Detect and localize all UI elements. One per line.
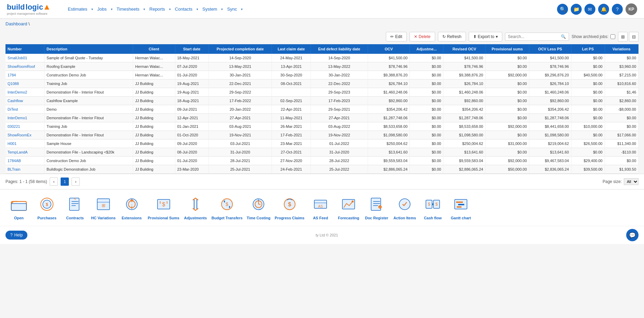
cell-variations: $0.00 <box>605 122 638 131</box>
cell-number[interactable]: 030221 <box>5 122 45 131</box>
cell-end-defect: 29-Sep-2023 <box>311 88 368 97</box>
col-end-defect[interactable]: End defect liability date <box>311 44 368 54</box>
cell-number[interactable]: Q1088 <box>5 80 45 88</box>
nav-progress-claims[interactable]: $ Progress Claims <box>275 195 304 220</box>
cell-number[interactable]: SmallJob01 <box>5 54 45 62</box>
delete-button[interactable]: ✕ Delete <box>409 32 435 41</box>
table-row[interactable]: InterDemo1 Demonstration File - Interior… <box>5 114 639 122</box>
refresh-button[interactable]: ↻ Refresh <box>438 32 466 41</box>
cell-number[interactable]: BLTrain <box>5 165 45 174</box>
nav-action-items[interactable]: Action Items <box>393 195 417 220</box>
next-page-button[interactable]: › <box>72 178 80 186</box>
folder-icon[interactable]: 📁 <box>571 4 582 15</box>
table-row[interactable]: ShowRoomEx Demonstration File - Interior… <box>5 131 639 139</box>
nav-estimates[interactable]: Estimates <box>65 5 90 13</box>
table-row[interactable]: 1784 Construction Demo Job Herman Walac.… <box>5 71 639 80</box>
breadcrumb-dashboard[interactable]: Dashboard <box>5 21 27 26</box>
table-row[interactable]: 030221 Training Job JJ Building 01-Jan-2… <box>5 122 639 131</box>
cell-number[interactable]: TempLandA <box>5 148 45 157</box>
cell-end-defect: 17-Feb-2023 <box>311 97 368 105</box>
col-let-ps[interactable]: Let PS <box>571 44 605 54</box>
col-provisional-sums[interactable]: Provisional sums <box>485 44 529 54</box>
col-ocv-less-ps[interactable]: OCV Less PS <box>529 44 571 54</box>
col-revised-ocv[interactable]: Revised OCV <box>443 44 485 54</box>
cell-number[interactable]: ShowRoomRoof <box>5 62 45 71</box>
nav-sync[interactable]: Sync <box>224 5 240 13</box>
table-row[interactable]: InterDemo2 Demonstration File - Interior… <box>5 88 639 97</box>
app-header: build logic project management software … <box>0 0 644 19</box>
nav-open[interactable]: Open <box>7 195 31 220</box>
prev-page-button[interactable]: ‹ <box>50 178 58 186</box>
cell-number[interactable]: DiTest <box>5 105 45 114</box>
page-1-button[interactable]: 1 <box>61 178 69 186</box>
cell-let-ps: $0.00 <box>571 54 605 62</box>
nav-cash-flow[interactable]: $ $ Cash flow <box>421 195 445 220</box>
svg-text:↕: ↕ <box>131 203 132 207</box>
nav-hc-variations[interactable]: ⊞ HC Variations <box>91 195 116 220</box>
open-label: Open <box>14 216 24 220</box>
cell-number[interactable]: InterDemo2 <box>5 88 45 97</box>
nav-system[interactable]: System <box>200 5 220 13</box>
cell-number[interactable]: Cashflow <box>5 97 45 105</box>
col-last-claim[interactable]: Last claim date <box>272 44 311 54</box>
cell-description: Buildlogic Demonstration Job <box>45 165 133 174</box>
search-input[interactable] <box>508 34 559 39</box>
table-row[interactable]: DiTest Demo JJ Building 09-Jul-2021 20-J… <box>5 105 639 114</box>
chat-button[interactable]: 💬 <box>626 229 639 241</box>
nav-timesheets[interactable]: Timesheets <box>114 5 142 13</box>
nav-purchases[interactable]: $ Purchases <box>35 195 59 220</box>
table-view-icon[interactable]: ⊟ <box>629 32 639 41</box>
adjustments-icon <box>185 195 206 213</box>
nav-forecasting[interactable]: Forecasting <box>337 195 361 220</box>
nav-gantt-chart[interactable]: Gantt chart <box>449 195 473 220</box>
cell-number[interactable]: H001 <box>5 139 45 148</box>
nav-contacts[interactable]: Contacts <box>172 5 195 13</box>
nav-as-feed[interactable]: AS AS Feed <box>308 195 332 220</box>
cell-number[interactable]: ShowRoomEx <box>5 131 45 139</box>
col-start-date[interactable]: Start date <box>175 44 209 54</box>
table-row[interactable]: TempLandA Demonstration File - Landscapi… <box>5 148 639 157</box>
col-variations[interactable]: Variations <box>605 44 638 54</box>
table-row[interactable]: Q1088 Training Job JJ Building 19-Aug-20… <box>5 80 639 88</box>
nav-provisional-sums[interactable]: $ $ $ Provisional Sums <box>148 195 179 220</box>
table-row[interactable]: 1784AB Construction Demo Job JJ Building… <box>5 157 639 165</box>
nav-jobs[interactable]: Jobs <box>94 5 109 13</box>
col-number[interactable]: Number <box>5 44 45 54</box>
search-icon[interactable]: 🔍 <box>557 4 568 15</box>
nav-adjustments[interactable]: Adjustments <box>184 195 207 220</box>
question-icon[interactable]: ? <box>612 4 623 15</box>
table-row[interactable]: BLTrain Buildlogic Demonstration Job JJ … <box>5 165 639 174</box>
nav-extensions[interactable]: ↕ Extensions <box>120 195 144 220</box>
table-row[interactable]: Cashflow Cashflow Example JJ Building 18… <box>5 97 639 105</box>
cell-let-ps: $0.00 <box>571 80 605 88</box>
nav-budget-transfers[interactable]: $ Budget Transfers <box>212 195 242 220</box>
avatar[interactable]: KP <box>626 3 637 15</box>
table-row[interactable]: H001 Sample House JJ Building 09-Jul-202… <box>5 139 639 148</box>
col-description[interactable]: Description <box>45 44 133 54</box>
col-ocv[interactable]: OCV <box>368 44 410 54</box>
cell-number[interactable]: 1784 <box>5 71 45 80</box>
envelope-icon[interactable]: ✉ <box>584 4 595 15</box>
nav-doc-register[interactable]: ✓ Doc Register <box>365 195 389 220</box>
col-projected[interactable]: Projected completion date <box>209 44 272 54</box>
archived-checkbox[interactable] <box>610 34 615 39</box>
help-button[interactable]: ? Help <box>5 231 27 240</box>
nav-time-costing[interactable]: $ Time Costing <box>247 195 270 220</box>
table-row[interactable]: SmallJob01 Sample of Small Quote - Tuesd… <box>5 54 639 62</box>
nav-reports[interactable]: Reports <box>147 5 168 13</box>
cell-number[interactable]: InterDemo1 <box>5 114 45 122</box>
cell-number[interactable]: 1784AB <box>5 157 45 165</box>
col-client[interactable]: Client <box>133 44 175 54</box>
grid-view-icon[interactable]: ⊞ <box>618 32 628 41</box>
edit-button[interactable]: ✏ Edit <box>386 32 407 41</box>
contracts-icon: ✎ <box>65 195 85 213</box>
col-adjustments[interactable]: Adjustme... <box>410 44 443 54</box>
view-icons: ⊞ ⊟ <box>618 32 639 41</box>
table-row[interactable]: ShowRoomRoof Roofing Example Herman Wala… <box>5 62 639 71</box>
nav-contracts[interactable]: ✎ Contracts <box>63 195 87 220</box>
bell-icon[interactable]: 🔔 <box>598 4 609 15</box>
forecasting-label: Forecasting <box>338 216 359 220</box>
export-button[interactable]: ⬆ Export to ▾ <box>469 32 502 41</box>
page-size-select[interactable]: All 10 25 50 <box>624 178 639 185</box>
svg-point-35 <box>352 200 354 203</box>
